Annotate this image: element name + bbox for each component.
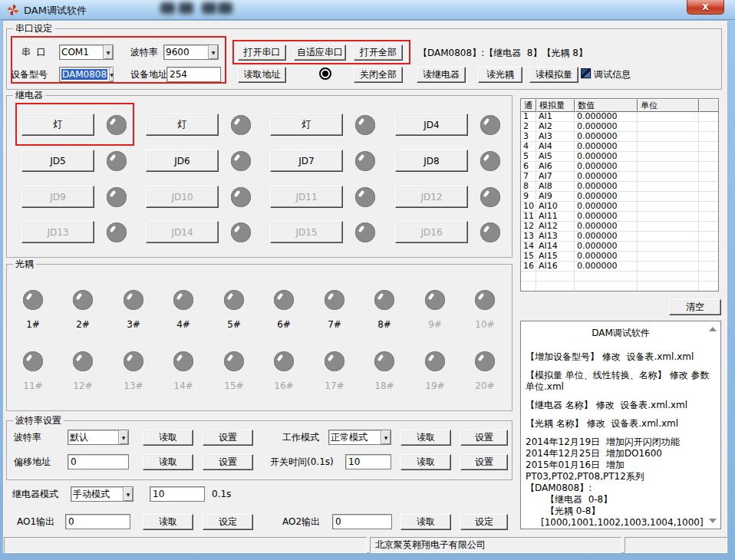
relay-button[interactable]: JD5 [21,150,94,172]
baud-combo[interactable]: 9600 ▼ [163,44,219,60]
baud-setting-combo[interactable]: 默认 ▼ [68,430,129,445]
read-addr-button[interactable]: 读取地址 [238,67,286,83]
debug-info-label[interactable]: 调试信息 [594,69,631,81]
work-mode-read-button[interactable]: 读取 [400,430,451,446]
open-all-button[interactable]: 打开全部 [354,44,403,61]
offset-read-button[interactable]: 读取 [143,454,193,470]
statusbar-cell [4,537,367,553]
clear-button[interactable]: 清空 [669,299,721,315]
relay-button-label: JD7 [298,156,314,166]
cell-ch: 12 [521,222,536,232]
ao1-set-button[interactable]: 设定 [203,514,253,530]
switch-time-set-button[interactable]: 设置 [460,454,508,470]
relay-button[interactable]: JD13 [21,221,94,243]
offset-input[interactable]: 0 [68,454,129,469]
ao1-read-button[interactable]: 读取 [143,514,193,530]
switch-time-input[interactable]: 10 [345,454,391,469]
cell-name: AI7 [536,172,575,182]
info-line: 【光耦 名称】 修改 设备表.xml.xml [526,418,716,430]
relay-led [107,115,127,135]
cell-extra [699,152,718,162]
opto-led [124,351,143,371]
table-row: 2AI20.000000 [521,122,718,132]
relay-button[interactable]: JD6 [146,150,219,172]
info-panel: DAM调试软件 【增加设备型号】 修改 设备表.xml.xml 【模拟量 单位、… [520,321,721,529]
port-combo-value: COM1 [60,45,103,59]
ao2-input[interactable]: 0 [332,514,392,529]
cell-value: 0.000000 [575,262,638,272]
combo-arrow-icon[interactable]: ▼ [208,45,218,59]
relay-button[interactable]: 灯 [21,114,94,136]
cell-unit [638,272,699,282]
cell-ch: 8 [521,182,536,192]
status-indicator [319,68,331,80]
titlebar[interactable]: DAM调试软件 X [0,0,735,20]
cell-extra [699,262,718,272]
relay-button[interactable]: JD11 [270,186,343,208]
relay-mode-time-input[interactable]: 10 [150,486,205,502]
read-analog-button[interactable]: 读模拟量 [529,67,578,83]
relay-button[interactable]: JD12 [395,186,468,208]
relay-button-label: 灯 [54,118,63,131]
combo-arrow-icon[interactable]: ▼ [103,45,113,59]
model-label: 设备型号 [11,69,48,81]
switch-time-read-button[interactable]: 读取 [400,454,451,470]
baud-set-button[interactable]: 设置 [203,430,253,446]
table-row: 6AI60.000000 [521,162,718,172]
ao1-input[interactable]: 0 [65,514,130,529]
model-combo[interactable]: DAM0808 ▼ [59,67,114,82]
offset-set-button[interactable]: 设置 [203,454,253,470]
cell-value [575,272,638,282]
close-icon: X [702,3,708,12]
read-relay-button[interactable]: 读继电器 [417,67,466,83]
relay-button-label: JD8 [424,156,439,166]
ao2-set-button[interactable]: 设定 [460,514,508,530]
opto-label: 18# [369,380,400,391]
opto-led [425,290,445,310]
relay-button[interactable]: JD9 [21,186,94,208]
relay-led [355,222,375,242]
relay-button[interactable]: 灯 [270,114,343,136]
device-summary: 【DAM0808】:【继电器 8】【光耦 8】 [418,48,588,59]
cell-value: 0.000000 [575,212,638,222]
scroll-up-icon[interactable] [709,327,717,331]
cell-unit [638,172,699,182]
combo-arrow-icon[interactable]: ▼ [109,68,114,81]
combo-arrow-icon[interactable]: ▼ [123,487,133,501]
addr-input[interactable]: 254 [166,67,221,82]
relay-button[interactable]: JD14 [146,221,219,243]
relay-button[interactable]: 灯 [146,114,219,136]
close-button[interactable]: X [687,0,724,15]
work-mode-set-button[interactable]: 设置 [460,430,508,446]
relay-button[interactable]: JD16 [395,221,468,243]
relay-button[interactable]: JD4 [395,114,468,136]
relay-button[interactable]: JD10 [146,186,219,208]
relay-button[interactable]: JD7 [270,150,343,172]
combo-arrow-icon[interactable]: ▼ [118,430,128,444]
opto-label: 10# [470,319,500,330]
baud-read-button[interactable]: 读取 [143,430,193,446]
cell-value: 0.000000 [575,112,638,122]
cell-name [536,282,575,292]
cell-ch: 5 [521,152,536,162]
port-combo[interactable]: COM1 ▼ [59,44,114,60]
info-line: 【DAM0808】: [526,483,716,494]
relay-group-title: 继电器 [13,90,45,101]
relay-mode-combo[interactable]: 手动模式 ▼ [71,486,133,502]
work-mode-combo[interactable]: 正常模式 ▼ [328,430,391,445]
ao2-read-button[interactable]: 读取 [400,514,451,530]
relay-button[interactable]: JD8 [395,150,468,172]
relay-button[interactable]: JD15 [270,221,343,243]
cell-extra [699,222,718,232]
cell-unit [638,222,699,232]
scroll-down-icon[interactable] [709,519,717,523]
cell-ch: 15 [521,252,536,262]
debug-info-icon [581,68,591,78]
read-opto-button[interactable]: 读光耦 [478,67,522,83]
cell-unit [638,192,699,202]
opto-label: 11# [18,380,48,391]
auto-serial-button[interactable]: 自适应串口 [294,44,346,61]
close-all-button[interactable]: 关闭全部 [354,67,403,83]
combo-arrow-icon[interactable]: ▼ [381,430,391,444]
open-serial-button[interactable]: 打开串口 [238,44,286,61]
